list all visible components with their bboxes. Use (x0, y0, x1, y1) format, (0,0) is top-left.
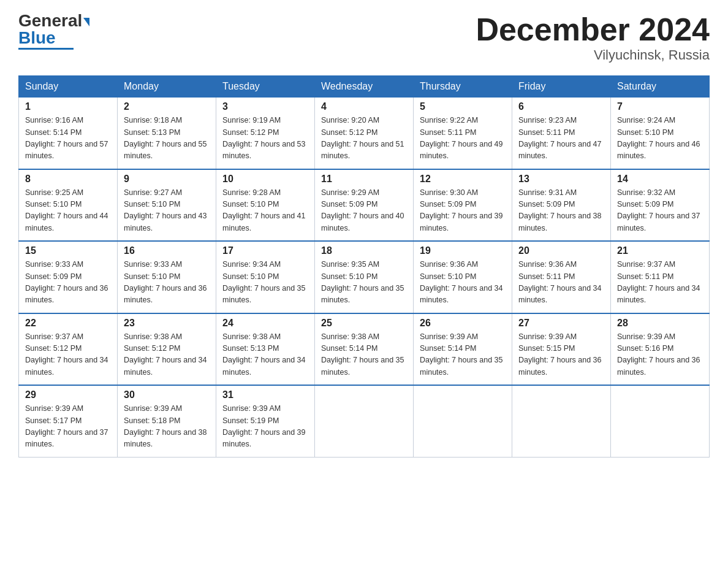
day-info: Sunrise: 9:39 AMSunset: 5:18 PMDaylight:… (124, 403, 210, 451)
day-number: 5 (420, 101, 506, 112)
day-info: Sunrise: 9:33 AMSunset: 5:10 PMDaylight:… (124, 259, 210, 307)
day-info: Sunrise: 9:39 AMSunset: 5:19 PMDaylight:… (222, 403, 308, 451)
weekday-sunday: Sunday (19, 76, 118, 98)
logo-triangle-icon (83, 18, 89, 26)
day-cell: 16Sunrise: 9:33 AMSunset: 5:10 PMDayligh… (118, 241, 216, 313)
day-number: 27 (518, 318, 604, 329)
day-info: Sunrise: 9:39 AMSunset: 5:17 PMDaylight:… (25, 403, 111, 451)
logo: GeneralBlue (18, 12, 89, 50)
day-number: 17 (222, 245, 308, 256)
day-info: Sunrise: 9:27 AMSunset: 5:10 PMDaylight:… (124, 187, 210, 235)
day-info: Sunrise: 9:33 AMSunset: 5:09 PMDaylight:… (25, 259, 111, 307)
day-number: 10 (222, 174, 308, 185)
day-number: 24 (222, 318, 308, 329)
day-info: Sunrise: 9:35 AMSunset: 5:10 PMDaylight:… (321, 259, 407, 307)
day-number: 14 (617, 174, 703, 185)
day-cell: 25Sunrise: 9:38 AMSunset: 5:14 PMDayligh… (315, 313, 414, 386)
day-info: Sunrise: 9:37 AMSunset: 5:11 PMDaylight:… (617, 259, 703, 307)
day-cell: 4Sunrise: 9:20 AMSunset: 5:12 PMDaylight… (315, 98, 414, 169)
day-info: Sunrise: 9:18 AMSunset: 5:13 PMDaylight:… (124, 115, 210, 163)
day-number: 30 (124, 389, 210, 400)
week-row-5: 29Sunrise: 9:39 AMSunset: 5:17 PMDayligh… (19, 385, 710, 457)
week-row-1: 1Sunrise: 9:16 AMSunset: 5:14 PMDaylight… (19, 98, 710, 169)
week-row-4: 22Sunrise: 9:37 AMSunset: 5:12 PMDayligh… (19, 313, 710, 386)
day-cell (611, 385, 710, 457)
day-number: 23 (124, 318, 210, 329)
day-number: 9 (124, 174, 210, 185)
day-cell: 5Sunrise: 9:22 AMSunset: 5:11 PMDaylight… (414, 98, 512, 169)
day-info: Sunrise: 9:32 AMSunset: 5:09 PMDaylight:… (617, 187, 703, 235)
day-info: Sunrise: 9:39 AMSunset: 5:16 PMDaylight:… (617, 331, 703, 379)
day-number: 12 (420, 174, 506, 185)
day-number: 21 (617, 245, 703, 256)
day-cell: 13Sunrise: 9:31 AMSunset: 5:09 PMDayligh… (512, 169, 611, 242)
page-header: GeneralBlue December 2024 Vilyuchinsk, R… (18, 12, 710, 63)
day-info: Sunrise: 9:37 AMSunset: 5:12 PMDaylight:… (25, 331, 111, 379)
logo-text: GeneralBlue (18, 12, 89, 47)
day-cell (414, 385, 512, 457)
day-cell: 19Sunrise: 9:36 AMSunset: 5:10 PMDayligh… (414, 241, 512, 313)
day-number: 7 (617, 101, 703, 112)
day-number: 15 (25, 245, 111, 256)
day-cell: 15Sunrise: 9:33 AMSunset: 5:09 PMDayligh… (19, 241, 118, 313)
weekday-header-row: SundayMondayTuesdayWednesdayThursdayFrid… (19, 76, 710, 98)
day-cell: 22Sunrise: 9:37 AMSunset: 5:12 PMDayligh… (19, 313, 118, 386)
day-number: 8 (25, 174, 111, 185)
day-info: Sunrise: 9:36 AMSunset: 5:10 PMDaylight:… (420, 259, 506, 307)
day-cell: 31Sunrise: 9:39 AMSunset: 5:19 PMDayligh… (216, 385, 315, 457)
day-info: Sunrise: 9:39 AMSunset: 5:15 PMDaylight:… (518, 331, 604, 379)
day-info: Sunrise: 9:28 AMSunset: 5:10 PMDaylight:… (222, 187, 308, 235)
day-info: Sunrise: 9:16 AMSunset: 5:14 PMDaylight:… (25, 115, 111, 163)
day-number: 4 (321, 101, 407, 112)
day-number: 18 (321, 245, 407, 256)
day-info: Sunrise: 9:25 AMSunset: 5:10 PMDaylight:… (25, 187, 111, 235)
day-cell: 3Sunrise: 9:19 AMSunset: 5:12 PMDaylight… (216, 98, 315, 169)
day-info: Sunrise: 9:19 AMSunset: 5:12 PMDaylight:… (222, 115, 308, 163)
day-cell: 9Sunrise: 9:27 AMSunset: 5:10 PMDaylight… (118, 169, 216, 242)
weekday-wednesday: Wednesday (315, 76, 414, 98)
day-cell: 8Sunrise: 9:25 AMSunset: 5:10 PMDaylight… (19, 169, 118, 242)
day-number: 25 (321, 318, 407, 329)
weekday-saturday: Saturday (611, 76, 710, 98)
day-cell: 27Sunrise: 9:39 AMSunset: 5:15 PMDayligh… (512, 313, 611, 386)
day-cell: 29Sunrise: 9:39 AMSunset: 5:17 PMDayligh… (19, 385, 118, 457)
day-cell: 20Sunrise: 9:36 AMSunset: 5:11 PMDayligh… (512, 241, 611, 313)
day-info: Sunrise: 9:29 AMSunset: 5:09 PMDaylight:… (321, 187, 407, 235)
day-number: 16 (124, 245, 210, 256)
day-number: 28 (617, 318, 703, 329)
day-cell: 21Sunrise: 9:37 AMSunset: 5:11 PMDayligh… (611, 241, 710, 313)
day-info: Sunrise: 9:38 AMSunset: 5:13 PMDaylight:… (222, 331, 308, 379)
day-cell: 26Sunrise: 9:39 AMSunset: 5:14 PMDayligh… (414, 313, 512, 386)
day-info: Sunrise: 9:24 AMSunset: 5:10 PMDaylight:… (617, 115, 703, 163)
day-cell: 6Sunrise: 9:23 AMSunset: 5:11 PMDaylight… (512, 98, 611, 169)
day-info: Sunrise: 9:22 AMSunset: 5:11 PMDaylight:… (420, 115, 506, 163)
day-cell: 14Sunrise: 9:32 AMSunset: 5:09 PMDayligh… (611, 169, 710, 242)
title-block: December 2024 Vilyuchinsk, Russia (476, 12, 710, 63)
day-number: 29 (25, 389, 111, 400)
day-info: Sunrise: 9:23 AMSunset: 5:11 PMDaylight:… (518, 115, 604, 163)
day-number: 6 (518, 101, 604, 112)
day-number: 1 (25, 101, 111, 112)
day-info: Sunrise: 9:39 AMSunset: 5:14 PMDaylight:… (420, 331, 506, 379)
day-cell: 30Sunrise: 9:39 AMSunset: 5:18 PMDayligh… (118, 385, 216, 457)
day-number: 22 (25, 318, 111, 329)
day-number: 20 (518, 245, 604, 256)
day-info: Sunrise: 9:31 AMSunset: 5:09 PMDaylight:… (518, 187, 604, 235)
calendar-title: December 2024 (476, 12, 710, 47)
weekday-tuesday: Tuesday (216, 76, 315, 98)
day-cell: 2Sunrise: 9:18 AMSunset: 5:13 PMDaylight… (118, 98, 216, 169)
weekday-friday: Friday (512, 76, 611, 98)
weekday-monday: Monday (118, 76, 216, 98)
day-cell: 23Sunrise: 9:38 AMSunset: 5:12 PMDayligh… (118, 313, 216, 386)
day-cell: 1Sunrise: 9:16 AMSunset: 5:14 PMDaylight… (19, 98, 118, 169)
calendar-subtitle: Vilyuchinsk, Russia (476, 47, 710, 63)
weekday-thursday: Thursday (414, 76, 512, 98)
day-cell: 28Sunrise: 9:39 AMSunset: 5:16 PMDayligh… (611, 313, 710, 386)
calendar-table: SundayMondayTuesdayWednesdayThursdayFrid… (18, 75, 710, 458)
day-cell (512, 385, 611, 457)
day-cell (315, 385, 414, 457)
day-number: 2 (124, 101, 210, 112)
day-cell: 7Sunrise: 9:24 AMSunset: 5:10 PMDaylight… (611, 98, 710, 169)
day-number: 26 (420, 318, 506, 329)
day-info: Sunrise: 9:20 AMSunset: 5:12 PMDaylight:… (321, 115, 407, 163)
